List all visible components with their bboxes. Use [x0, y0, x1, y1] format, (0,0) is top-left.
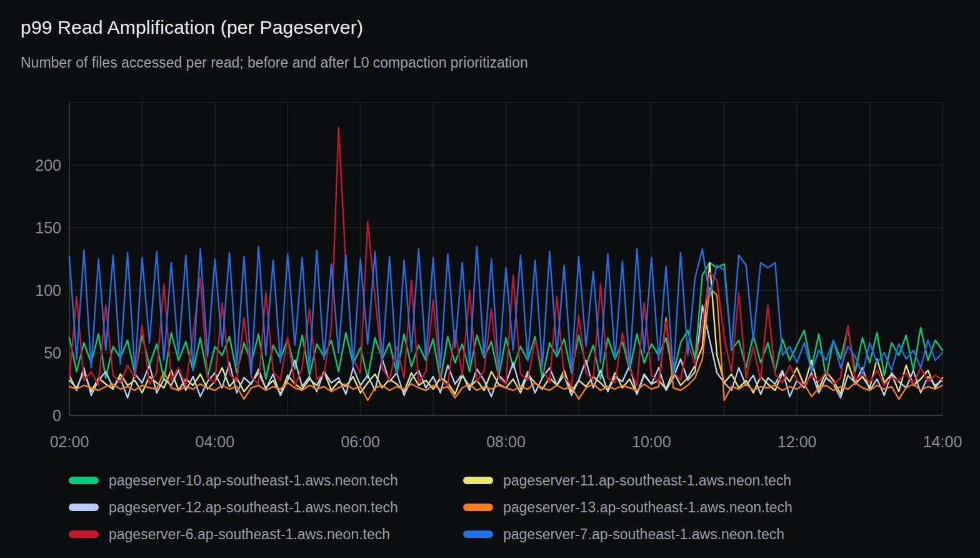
- legend-color-pill: [69, 530, 99, 538]
- legend-label: pageserver-13.ap-southeast-1.aws.neon.te…: [503, 500, 792, 515]
- legend-label: pageserver-6.ap-southeast-1.aws.neon.tec…: [109, 527, 390, 542]
- y-axis-label: 200: [35, 156, 61, 174]
- chart-legend: pageserver-10.ap-southeast-1.aws.neon.te…: [69, 473, 980, 542]
- legend-label: pageserver-11.ap-southeast-1.aws.neon.te…: [503, 473, 791, 488]
- legend-item-pageserver-6[interactable]: pageserver-6.ap-southeast-1.aws.neon.tec…: [69, 527, 463, 542]
- legend-color-pill: [463, 477, 493, 484]
- legend-item-pageserver-13[interactable]: pageserver-13.ap-southeast-1.aws.neon.te…: [463, 500, 792, 515]
- legend-color-pill: [463, 504, 493, 511]
- x-axis-label: 10:00: [632, 433, 671, 450]
- x-axis-label: 02:00: [50, 433, 89, 450]
- y-axis-label: 0: [52, 407, 61, 424]
- x-axis-label: 12:00: [778, 433, 817, 450]
- panel-header: p99 Read Amplification (per Pageserver) …: [0, 0, 980, 94]
- x-axis-label: 14:00: [923, 433, 962, 450]
- legend-label: pageserver-12.ap-southeast-1.aws.neon.te…: [109, 500, 398, 515]
- timeseries-chart[interactable]: 05010015020002:0004:0006:0008:0010:0012:…: [0, 94, 980, 458]
- legend-item-pageserver-12[interactable]: pageserver-12.ap-southeast-1.aws.neon.te…: [69, 500, 463, 515]
- y-axis-label: 150: [35, 219, 61, 236]
- legend-color-pill: [69, 504, 99, 511]
- y-axis-label: 100: [35, 282, 61, 299]
- x-axis-label: 04:00: [196, 433, 235, 450]
- legend-color-pill: [69, 477, 99, 484]
- panel-title: p99 Read Amplification (per Pageserver): [21, 16, 959, 39]
- legend-item-pageserver-11[interactable]: pageserver-11.ap-southeast-1.aws.neon.te…: [463, 473, 792, 488]
- x-axis-label: 06:00: [341, 433, 380, 450]
- legend-color-pill: [463, 530, 493, 538]
- x-axis-label: 08:00: [486, 433, 526, 450]
- legend-item-pageserver-7[interactable]: pageserver-7.ap-southeast-1.aws.neon.tec…: [463, 527, 792, 542]
- grafana-panel: p99 Read Amplification (per Pageserver) …: [0, 0, 980, 558]
- legend-label: pageserver-10.ap-southeast-1.aws.neon.te…: [109, 473, 398, 488]
- legend-item-pageserver-10[interactable]: pageserver-10.ap-southeast-1.aws.neon.te…: [69, 473, 463, 488]
- legend-label: pageserver-7.ap-southeast-1.aws.neon.tec…: [503, 527, 784, 542]
- y-axis-label: 50: [44, 344, 61, 362]
- panel-subtitle: Number of files accessed per read; befor…: [21, 54, 959, 71]
